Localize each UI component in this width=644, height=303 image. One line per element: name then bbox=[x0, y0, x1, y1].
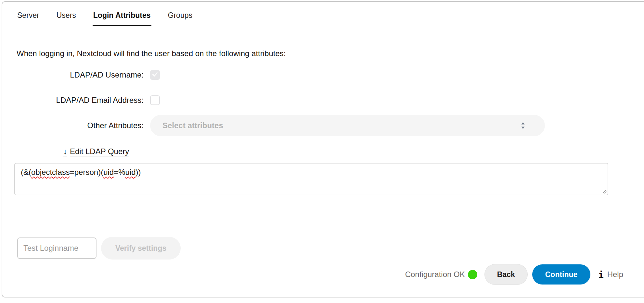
configuration-status-text: Configuration OK bbox=[405, 270, 465, 279]
other-attributes-select[interactable]: Select attributes bbox=[150, 115, 545, 136]
back-button[interactable]: Back bbox=[484, 264, 528, 285]
username-checkbox bbox=[150, 70, 160, 80]
down-arrow-icon: ↓ bbox=[63, 147, 67, 156]
email-checkbox[interactable] bbox=[150, 95, 160, 105]
checkmark-icon bbox=[151, 71, 159, 79]
email-row: LDAP/AD Email Address: bbox=[2, 95, 644, 105]
continue-button[interactable]: Continue bbox=[532, 264, 591, 285]
select-placeholder: Select attributes bbox=[162, 121, 223, 130]
intro-text: When logging in, Nextcloud will find the… bbox=[17, 49, 644, 58]
edit-ldap-query-label: Edit LDAP Query bbox=[70, 147, 129, 156]
other-attributes-row: Other Attributes: Select attributes bbox=[2, 115, 644, 136]
test-row: Verify settings bbox=[17, 237, 644, 260]
tab-users[interactable]: Users bbox=[56, 11, 77, 26]
email-label: LDAP/AD Email Address: bbox=[2, 96, 144, 105]
info-icon: i bbox=[598, 270, 603, 280]
wizard-card: Server Users Login Attributes Groups Whe… bbox=[2, 1, 644, 297]
tab-login-attributes[interactable]: Login Attributes bbox=[93, 11, 151, 26]
verify-settings-button[interactable]: Verify settings bbox=[101, 237, 181, 260]
tab-bar: Server Users Login Attributes Groups bbox=[2, 2, 644, 26]
status-ok-icon bbox=[468, 270, 477, 279]
other-attributes-label: Other Attributes: bbox=[2, 121, 144, 130]
username-label: LDAP/AD Username: bbox=[2, 70, 144, 79]
resize-handle-icon[interactable] bbox=[587, 188, 607, 194]
help-link[interactable]: Help bbox=[607, 270, 623, 279]
select-updown-icon bbox=[521, 121, 525, 130]
ldap-query-textarea[interactable]: (&(objectclass=person)(uid=%uid)) bbox=[14, 163, 608, 195]
edit-ldap-query-link[interactable]: ↓Edit LDAP Query bbox=[63, 147, 129, 156]
test-loginname-input[interactable] bbox=[17, 237, 97, 259]
query-text: (&(objectclass=person)(uid=%uid)) bbox=[21, 168, 141, 176]
tab-groups[interactable]: Groups bbox=[167, 11, 193, 26]
username-row: LDAP/AD Username: bbox=[2, 70, 644, 80]
footer-bar: Configuration OK Back Continue i Help bbox=[2, 264, 644, 285]
tab-server[interactable]: Server bbox=[17, 11, 40, 26]
